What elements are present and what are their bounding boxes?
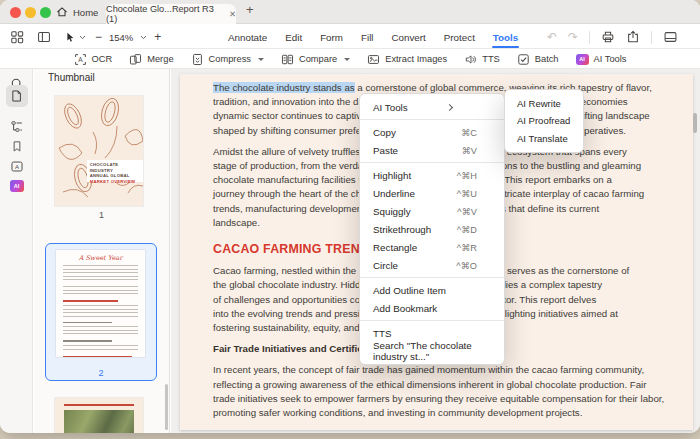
doc-line: In recent years, the concept of fair tra… [213,363,671,377]
zoom-window-button[interactable] [40,7,51,18]
menu-divider [360,119,504,120]
minimize-window-button[interactable] [25,7,36,18]
context-menu-item-copy[interactable]: Copy⌘C [360,123,504,141]
outline-panel-button[interactable] [0,120,33,133]
zoom-level[interactable]: 154% [109,32,133,43]
undo-icon[interactable]: ↶ [547,30,557,44]
new-tab-button[interactable]: + [246,2,254,17]
svg-text:A: A [78,55,83,62]
context-menu-item-strikethrough[interactable]: Strikethrough^⌘D [360,220,504,238]
page-3-title-rule [64,404,134,406]
zoom-chevron-down-icon[interactable] [140,35,147,40]
cacao-cover-art [55,96,143,206]
paragraph: Certification programs, such as Fair Tra… [213,427,671,430]
bookmark-panel-button[interactable] [0,140,33,153]
context-menu-item-circle[interactable]: Circle^⌘O [360,256,504,274]
menu-convert[interactable]: Convert [391,27,427,48]
redo-icon[interactable]: ↷ [568,30,578,44]
ocr-button[interactable]: A OCR [74,53,113,66]
context-menu-item-highlight[interactable]: Highlight^⌘H [360,166,504,184]
thumbnail-2-number: 2 [46,368,156,378]
thumbnail-page-1[interactable]: CHOCOLATE INDUSTRY ANNUAL GLOBAL MARKET … [55,96,143,206]
zoom-out-button[interactable]: − [95,30,102,44]
merge-button[interactable]: Merge [129,53,173,66]
context-menu: AI Tools Copy⌘C Paste⌘V Highlight^⌘H Und… [359,93,505,365]
menu-item-label: Rectangle [373,242,417,253]
sidebar-panel-icon[interactable] [37,30,51,44]
page-2-red-subhead [63,300,118,302]
extract-images-button[interactable]: Extract Images [367,53,447,66]
close-tab-icon[interactable]: ✕ [229,9,236,19]
submenu-item-ai-proofread[interactable]: AI Proofread [505,112,583,129]
menu-item-label: Squiggly [373,206,411,217]
annotation-panel-button[interactable]: A [0,160,33,173]
batch-button[interactable]: Batch [517,53,559,66]
merge-label: Merge [147,54,173,64]
submenu-chevron-icon [446,103,453,110]
divider [651,31,652,44]
compress-icon [191,53,204,66]
selected-text[interactable]: The chocolate industry stands as [213,82,355,93]
thumbnail-page-2-selected[interactable]: A Sweet Year 2 [45,243,157,381]
submenu-item-ai-rewrite[interactable]: AI Rewrite [505,95,583,112]
reading-layout-icon[interactable] [663,30,678,44]
context-menu-item-search[interactable]: Search "The chocolate industry st..." [360,342,504,360]
app-window: Home Chocolate Glo...Report R3 (1) ✕ + −… [0,0,700,433]
page-grid-view-icon[interactable] [10,30,24,44]
close-window-button[interactable] [10,7,21,18]
ai-tools-button[interactable]: AI AI Tools [576,54,627,65]
tab-home[interactable]: Home [56,0,98,24]
extract-images-icon [367,53,380,66]
chevron-down-icon[interactable] [79,35,86,40]
thumbnail-panel-button[interactable] [0,89,33,103]
menu-annotate[interactable]: Annotate [227,27,268,48]
doc-line: trade initiatives seek to empower farmer… [213,392,671,406]
ai-panel-button[interactable]: AI [0,180,33,192]
ocr-label: OCR [92,54,113,64]
menu-divider [360,320,504,321]
batch-label: Batch [535,54,559,64]
context-menu-item-squiggly[interactable]: Squiggly^⌘V [360,202,504,220]
thumbnail-page-3[interactable] [55,398,143,433]
context-menu-item-underline[interactable]: Underline^⌘U [360,184,504,202]
cover-title-box: CHOCOLATE INDUSTRY ANNUAL GLOBAL MARKET … [87,160,143,182]
panel-scrollbar[interactable] [165,384,169,430]
tts-button[interactable]: TTS [464,53,500,66]
menu-form[interactable]: Form [319,27,344,48]
menu-item-label: TTS [373,328,392,339]
context-menu-item-ai-tools[interactable]: AI Tools [360,98,504,116]
doc-line: Certification programs, such as Fair Tra… [213,427,671,430]
select-cursor-icon[interactable] [64,31,76,44]
compare-button[interactable]: Compare [281,53,350,66]
menu-item-label: AI Tools [373,102,408,113]
menu-edit[interactable]: Edit [284,27,303,48]
dropdown-arrow-icon [258,58,264,61]
share-export-icon[interactable] [626,30,640,44]
page-2-preview: A Sweet Year [56,250,145,357]
menu-item-label: Copy [373,127,396,138]
context-menu-item-add-bookmark[interactable]: Add Bookmark [360,299,504,317]
compress-label: Compress [209,54,251,64]
page-2-footer-rule [63,356,132,357]
zoom-in-button[interactable]: + [154,30,161,44]
home-tab-label: Home [73,7,98,18]
shortcut-label: ^⌘H [457,170,477,181]
shortcut-label: ⌘V [462,145,477,156]
dropdown-arrow-icon [344,58,350,61]
main-toolbar: − 154% + Annotate Edit Form Fill Convert… [0,25,700,49]
context-menu-item-add-outline-item[interactable]: Add Outline Item [360,281,504,299]
menu-protect[interactable]: Protect [443,27,476,48]
print-icon[interactable] [601,30,615,44]
cover-title-line3: MARKET OVERVIEW [90,179,141,185]
cover-title-line1: CHOCOLATE INDUSTRY [90,162,141,174]
document-tab-label: Chocolate Glo...Report R3 (1) [106,4,223,24]
context-menu-item-rectangle[interactable]: Rectangle^⌘R [360,238,504,256]
menu-fill[interactable]: Fill [360,27,375,48]
compress-button[interactable]: Compress [191,53,264,66]
document-scrollbar[interactable] [693,113,697,133]
tab-document[interactable]: Chocolate Glo...Report R3 (1) ✕ [106,4,236,24]
menu-tools[interactable]: Tools [492,27,519,48]
ai-tools-submenu: AI Rewrite AI Proofread AI Translate [504,89,584,153]
context-menu-item-paste[interactable]: Paste⌘V [360,141,504,159]
submenu-item-ai-translate[interactable]: AI Translate [505,130,583,147]
